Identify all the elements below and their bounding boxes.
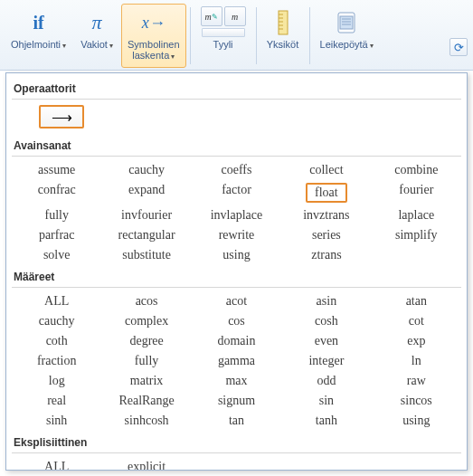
- keyword-cell[interactable]: acos: [101, 291, 191, 311]
- keyword-cell[interactable]: atan: [372, 291, 461, 311]
- keyword-cell[interactable]: ALL: [12, 457, 101, 471]
- ribbon-tyyli[interactable]: m✎ m Tyyli: [194, 4, 252, 68]
- keyword-cell[interactable]: odd: [281, 371, 371, 391]
- ribbon-yksikot[interactable]: Yksiköt: [260, 4, 306, 68]
- keyword-cell[interactable]: substitute: [101, 245, 191, 265]
- keyword-fully[interactable]: fully: [133, 350, 160, 371]
- keyword-matrix[interactable]: matrix: [128, 370, 166, 391]
- keyword-cot[interactable]: cot: [407, 310, 426, 331]
- keyword-cell[interactable]: acot: [192, 291, 281, 311]
- keyword-cell[interactable]: expand: [101, 180, 191, 205]
- keyword-cell[interactable]: exp: [372, 331, 461, 351]
- keyword-cell[interactable]: cauchy: [101, 160, 191, 180]
- keyword-cell[interactable]: using: [192, 245, 281, 265]
- keyword-cauchy[interactable]: cauchy: [127, 159, 166, 180]
- keyword-sin[interactable]: sin: [317, 390, 336, 411]
- style-m2-icon[interactable]: m: [224, 6, 246, 26]
- keyword-cell[interactable]: rectangular: [101, 225, 191, 245]
- keyword-cell[interactable]: collect: [281, 160, 371, 180]
- keyword-using[interactable]: using: [221, 244, 251, 265]
- keyword-sinhcosh[interactable]: sinhcosh: [123, 410, 171, 431]
- keyword-simplify[interactable]: simplify: [393, 224, 440, 245]
- refresh-button[interactable]: ⟳: [449, 38, 468, 56]
- keyword-coeffs[interactable]: coeffs: [220, 159, 254, 180]
- keyword-cell[interactable]: sinh: [12, 411, 101, 431]
- keyword-factor[interactable]: factor: [220, 179, 253, 200]
- keyword-ztrans[interactable]: ztrans: [309, 244, 343, 265]
- keyword-RealRange[interactable]: RealRange: [117, 390, 175, 411]
- keyword-cell[interactable]: cosh: [281, 311, 371, 331]
- keyword-assume[interactable]: assume: [36, 159, 77, 180]
- keyword-cell[interactable]: even: [281, 331, 371, 351]
- keyword-expand[interactable]: expand: [127, 179, 166, 200]
- keyword-cell[interactable]: invlaplace: [192, 205, 281, 225]
- keyword-log[interactable]: log: [47, 370, 67, 391]
- keyword-invztrans[interactable]: invztrans: [301, 205, 351, 225]
- keyword-cell[interactable]: cauchy: [12, 311, 101, 331]
- keyword-integer[interactable]: integer: [307, 350, 345, 371]
- keyword-cell[interactable]: fourier: [372, 180, 461, 205]
- keyword-cell[interactable]: tanh: [281, 411, 371, 431]
- keyword-cell[interactable]: rewrite: [192, 225, 281, 245]
- keyword-cell[interactable]: cot: [372, 311, 461, 331]
- keyword-atan[interactable]: atan: [404, 290, 429, 311]
- keyword-acot[interactable]: acot: [224, 290, 249, 311]
- ribbon-symbolinen[interactable]: x→ Symbolinenlaskenta▾: [121, 4, 185, 68]
- keyword-combine[interactable]: combine: [393, 159, 440, 180]
- keyword-cell[interactable]: ztrans: [281, 245, 371, 265]
- keyword-fraction[interactable]: fraction: [35, 350, 79, 371]
- keyword-cell[interactable]: RealRange: [101, 391, 191, 411]
- keyword-cell[interactable]: max: [192, 371, 281, 391]
- keyword-cell[interactable]: fully: [12, 205, 101, 225]
- keyword-ALL[interactable]: ALL: [43, 290, 71, 311]
- keyword-cell[interactable]: matrix: [101, 371, 191, 391]
- keyword-max[interactable]: max: [223, 370, 249, 391]
- keyword-cell[interactable]: complex: [101, 311, 191, 331]
- keyword-cell[interactable]: sin: [281, 391, 371, 411]
- keyword-cell[interactable]: sincos: [372, 391, 461, 411]
- keyword-gamma[interactable]: gamma: [216, 350, 257, 371]
- keyword-asin[interactable]: asin: [315, 290, 339, 311]
- keyword-rewrite[interactable]: rewrite: [217, 224, 257, 245]
- keyword-cell[interactable]: factor: [192, 180, 281, 205]
- keyword-cell[interactable]: raw: [372, 371, 461, 391]
- keyword-fully[interactable]: fully: [43, 205, 70, 225]
- keyword-cell[interactable]: assume: [12, 160, 101, 180]
- keyword-cell[interactable]: tan: [192, 411, 281, 431]
- keyword-using[interactable]: using: [401, 410, 431, 431]
- keyword-cell[interactable]: fully: [101, 351, 191, 371]
- keyword-cell[interactable]: sinhcosh: [101, 411, 191, 431]
- keyword-sincos[interactable]: sincos: [399, 390, 434, 411]
- keyword-cell[interactable]: gamma: [192, 351, 281, 371]
- keyword-cell[interactable]: coeffs: [192, 160, 281, 180]
- keyword-cell[interactable]: explicit: [101, 457, 191, 471]
- keyword-cell[interactable]: ln: [372, 351, 461, 371]
- keyword-tan[interactable]: tan: [227, 410, 246, 431]
- keyword-coth[interactable]: coth: [44, 330, 70, 351]
- keyword-cos[interactable]: cos: [226, 310, 247, 331]
- keyword-cell[interactable]: integer: [281, 351, 371, 371]
- keyword-cell[interactable]: fraction: [12, 351, 101, 371]
- keyword-raw[interactable]: raw: [405, 370, 428, 391]
- keyword-acos[interactable]: acos: [134, 290, 160, 311]
- keyword-fourier[interactable]: fourier: [397, 179, 435, 200]
- keyword-laplace[interactable]: laplace: [396, 205, 436, 225]
- keyword-substitute[interactable]: substitute: [120, 244, 173, 265]
- keyword-real[interactable]: real: [45, 390, 68, 411]
- keyword-cell[interactable]: confrac: [12, 180, 101, 205]
- keyword-explicit[interactable]: explicit: [126, 456, 167, 471]
- keyword-parfrac[interactable]: parfrac: [37, 224, 77, 245]
- keyword-sinh[interactable]: sinh: [44, 410, 69, 431]
- keyword-signum[interactable]: signum: [216, 390, 257, 411]
- keyword-cell[interactable]: domain: [192, 331, 281, 351]
- keyword-invfourier[interactable]: invfourier: [119, 205, 174, 225]
- keyword-float[interactable]: float: [306, 183, 347, 203]
- keyword-tanh[interactable]: tanh: [314, 410, 339, 431]
- keyword-even[interactable]: even: [313, 330, 340, 351]
- keyword-ALL[interactable]: ALL: [43, 456, 71, 471]
- style-m-icon[interactable]: m✎: [201, 6, 222, 26]
- ribbon-ohjelmointi[interactable]: if Ohjelmointi▾: [5, 4, 72, 68]
- keyword-invlaplace[interactable]: invlaplace: [209, 205, 265, 225]
- keyword-solve[interactable]: solve: [42, 244, 72, 265]
- keyword-rectangular[interactable]: rectangular: [117, 224, 177, 245]
